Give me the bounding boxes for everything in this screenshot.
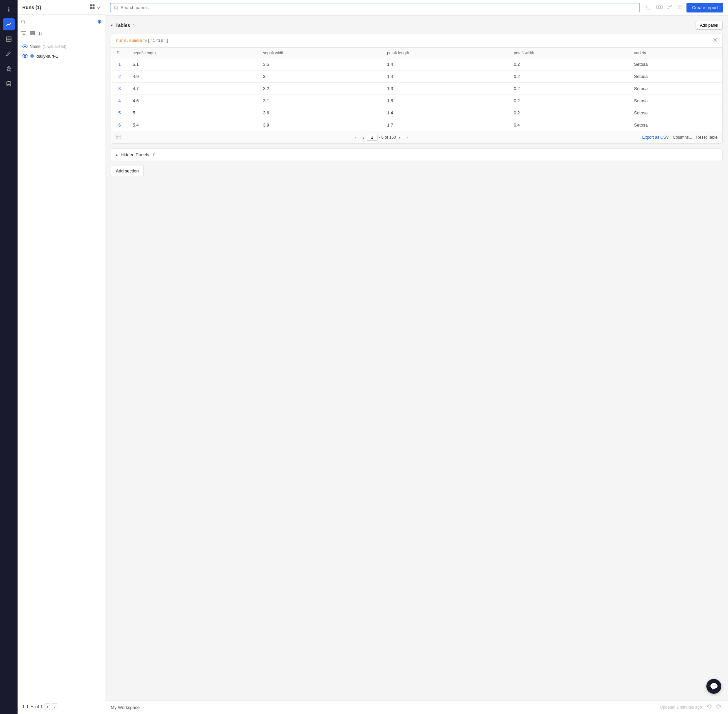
- svg-point-36: [671, 5, 672, 6]
- tables-section-header: ▾ Tables 1 Add panel: [111, 21, 723, 30]
- sort-icon[interactable]: [39, 31, 43, 37]
- columns-button[interactable]: Columns...: [672, 135, 692, 140]
- page-first-button[interactable]: ←: [353, 134, 360, 141]
- col-header-petal-length: petal\.length: [382, 48, 509, 58]
- left-rail: ℹ: [0, 0, 18, 714]
- redo-button[interactable]: [714, 703, 723, 711]
- run-item-daily-surf[interactable]: daily-surf-1: [18, 51, 105, 61]
- row-number-cell[interactable]: 2: [111, 70, 128, 82]
- sepal-width-cell: 3.6: [258, 107, 382, 119]
- undo-redo-buttons: [705, 703, 723, 711]
- col-header-sepal-width: sepal\.width: [258, 48, 382, 58]
- variety-cell: Setosa: [629, 58, 722, 70]
- table-row: 1 5.1 3.5 1.4 0.2 Setosa: [111, 58, 722, 70]
- panel-search-input[interactable]: [120, 5, 636, 10]
- row-number-cell[interactable]: 1: [111, 58, 128, 70]
- hidden-panels-section: ▸ Hidden Panels 0: [111, 148, 723, 161]
- svg-point-11: [22, 20, 25, 23]
- sepal-width-cell: 3.9: [258, 119, 382, 131]
- filter-col-icon[interactable]: [116, 50, 120, 54]
- page-number-input[interactable]: [367, 134, 378, 141]
- runs-name-section: Name (1 visualized): [18, 42, 105, 51]
- table-row: 6 5.4 3.9 1.7 0.4 Setosa: [111, 119, 722, 131]
- nav-rocket-icon[interactable]: [3, 63, 15, 75]
- tables-section-count: 1: [133, 23, 135, 28]
- svg-rect-31: [656, 6, 659, 8]
- sepal-length-cell: 4.9: [128, 70, 258, 82]
- page-navigation: 1-1 of 1 ‹ ›: [22, 703, 57, 710]
- main-toolbar: x Create report: [105, 0, 728, 15]
- create-report-button[interactable]: Create report: [686, 3, 723, 12]
- table-row: 3 4.7 3.2 1.3 0.2 Setosa: [111, 82, 722, 95]
- reset-table-button[interactable]: Reset Table: [696, 135, 717, 140]
- petal-width-cell: 0.2: [509, 95, 629, 107]
- toolbar-icons: x: [646, 4, 683, 12]
- list-icon[interactable]: [30, 31, 35, 37]
- petal-length-cell: 1.4: [382, 58, 509, 70]
- group-icon[interactable]: [656, 4, 663, 11]
- run-visibility-icon[interactable]: [22, 53, 28, 59]
- run-color-dot: [30, 54, 34, 58]
- sidebar-search-input[interactable]: [28, 18, 95, 26]
- col-header-rownum: [111, 48, 128, 58]
- svg-point-26: [114, 6, 117, 9]
- sepal-width-cell: 3.2: [258, 82, 382, 95]
- svg-point-23: [24, 45, 26, 47]
- petal-width-cell: 0.4: [509, 119, 629, 131]
- settings-icon[interactable]: [677, 4, 683, 12]
- page-prev-button[interactable]: ‹: [45, 703, 50, 710]
- sepal-width-cell: 3.1: [258, 95, 382, 107]
- table-footer: ← ‹ - 6 of 150 › → Export as CSV Columns…: [111, 131, 722, 143]
- undo-button[interactable]: [705, 703, 713, 711]
- petal-width-cell: 0.2: [509, 58, 629, 70]
- nav-table-icon[interactable]: [3, 33, 15, 45]
- petal-width-cell: 0.2: [509, 82, 629, 95]
- nav-brush-icon[interactable]: [3, 48, 15, 60]
- name-visibility-icon[interactable]: [22, 44, 28, 49]
- chat-bubble[interactable]: 💬: [706, 679, 721, 694]
- add-section-button[interactable]: Add section: [111, 166, 144, 176]
- nav-info-icon[interactable]: ℹ: [3, 3, 15, 15]
- hidden-panels-chevron-icon[interactable]: ▸: [116, 153, 118, 157]
- hidden-panels-count: 0: [153, 152, 156, 157]
- sepal-length-cell: 5: [128, 107, 258, 119]
- row-number-cell[interactable]: 3: [111, 82, 128, 95]
- sepal-length-cell: 4.6: [128, 95, 258, 107]
- row-number-cell[interactable]: 5: [111, 107, 128, 119]
- svg-point-39: [714, 39, 716, 41]
- variety-cell: Setosa: [629, 95, 722, 107]
- row-number-cell[interactable]: 4: [111, 95, 128, 107]
- table-nav-buttons: ← ‹ - 6 of 150 › →: [353, 134, 410, 141]
- svg-line-12: [24, 22, 26, 24]
- page-last-button[interactable]: →: [403, 134, 410, 141]
- table-row: 4 4.6 3.1 1.5 0.2 Setosa: [111, 95, 722, 107]
- row-number-cell[interactable]: 6: [111, 119, 128, 131]
- main-content: x Create report ▾ Tables 1 Ad: [105, 0, 728, 714]
- sidebar-footer: 1-1 of 1 ‹ ›: [18, 699, 105, 714]
- nav-chart-icon[interactable]: [3, 18, 15, 30]
- export-csv-link[interactable]: Export as CSV: [642, 135, 669, 140]
- col-header-petal-width: petal\.width: [509, 48, 629, 58]
- page-of-label: of 1: [35, 704, 43, 709]
- page-next-button[interactable]: ›: [52, 703, 57, 710]
- page-display: 1-1: [22, 704, 29, 709]
- tables-chevron-icon[interactable]: ▾: [111, 23, 113, 28]
- axis-icon[interactable]: x: [646, 4, 652, 11]
- svg-point-6: [7, 82, 11, 83]
- table-settings-icon[interactable]: [712, 38, 717, 44]
- add-panel-button[interactable]: Add panel: [696, 21, 723, 30]
- sepal-length-cell: 4.7: [128, 82, 258, 95]
- table-footer-icon[interactable]: [116, 135, 120, 140]
- page-next-button[interactable]: ›: [397, 134, 402, 141]
- svg-rect-7: [90, 4, 92, 6]
- grid-icon[interactable]: [89, 4, 100, 10]
- col-header-variety: variety: [629, 48, 722, 58]
- svg-line-27: [117, 8, 119, 10]
- filter-icon[interactable]: [21, 31, 26, 37]
- scatter-icon[interactable]: [667, 4, 673, 11]
- nav-database-icon[interactable]: [3, 78, 15, 90]
- page-dropdown-icon[interactable]: [31, 705, 33, 708]
- page-prev-button[interactable]: ‹: [361, 134, 366, 141]
- sepal-width-cell: 3: [258, 70, 382, 82]
- workspace-menu-icon[interactable]: ⋮: [142, 705, 146, 710]
